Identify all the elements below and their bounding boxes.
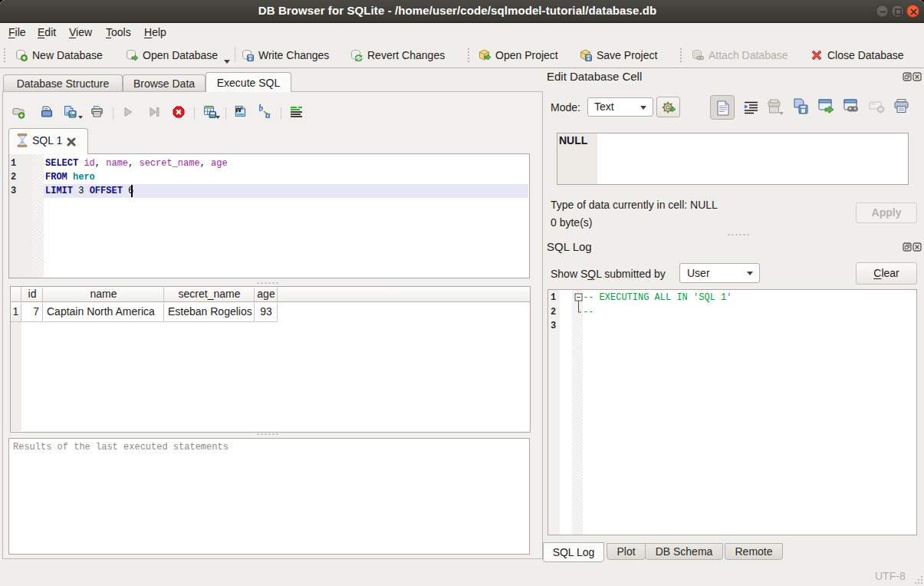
svg-text:b: b [259, 104, 263, 114]
